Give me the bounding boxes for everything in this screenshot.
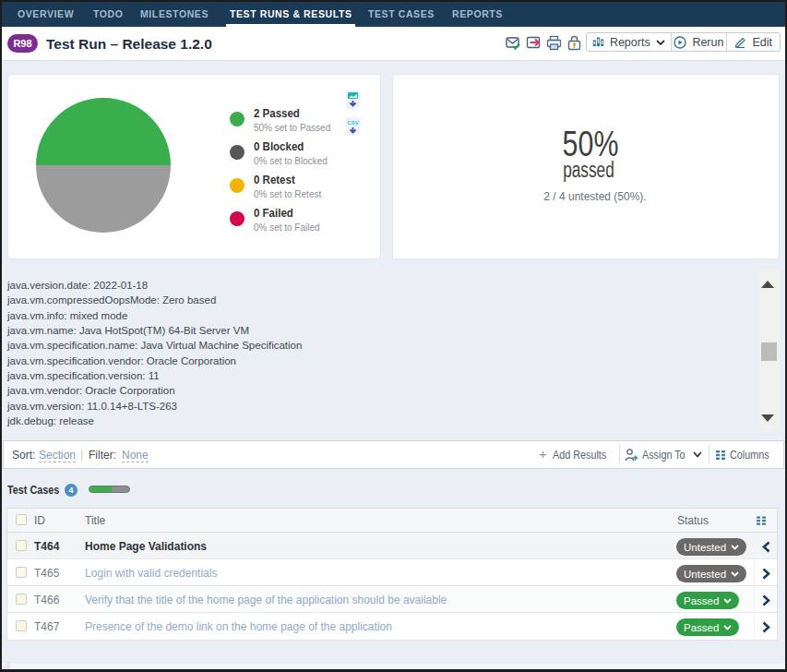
svg-text:CSV: CSV [347, 120, 358, 126]
